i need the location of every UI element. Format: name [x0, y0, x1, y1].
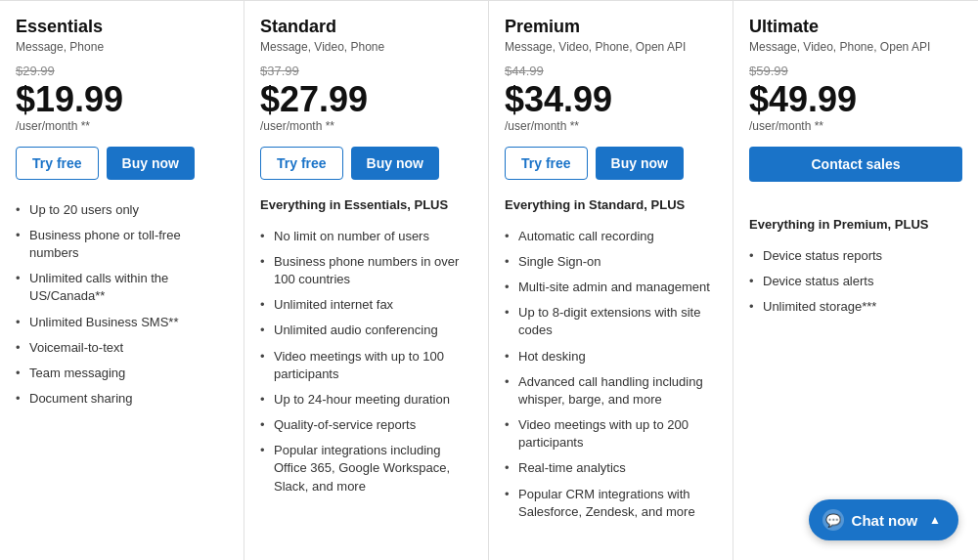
feature-item: Unlimited audio conferencing [260, 318, 472, 343]
current-price-essentials: $19.99 [16, 80, 228, 119]
feature-item: Quality-of-service reports [260, 412, 472, 438]
pricing-grid: Essentials Message, Phone $29.99 $19.99 … [0, 0, 978, 560]
feature-item: Up to 20 users only [16, 197, 228, 223]
feature-item: Popular CRM integrations with Salesforce… [505, 482, 717, 525]
plan-col-essentials: Essentials Message, Phone $29.99 $19.99 … [0, 1, 244, 560]
plan-name-essentials: Essentials [16, 17, 228, 37]
buy-now-button-standard[interactable]: Buy now [351, 147, 439, 180]
feature-item: Multi-site admin and management [505, 275, 717, 300]
plan-name-ultimate: Ultimate [749, 17, 962, 37]
try-free-button-standard[interactable]: Try free [260, 147, 343, 180]
plan-tagline-premium: Message, Video, Phone, Open API [505, 40, 717, 54]
buy-now-button-essentials[interactable]: Buy now [107, 147, 195, 180]
btn-row-ultimate: Contact sales [749, 147, 962, 199]
plan-col-ultimate: Ultimate Message, Video, Phone, Open API… [734, 1, 978, 560]
feature-item: Unlimited storage*** [749, 294, 962, 320]
price-suffix-premium: /user/month ** [505, 119, 717, 133]
price-suffix-ultimate: /user/month ** [749, 119, 962, 133]
feature-item: Hot desking [505, 344, 717, 369]
btn-row-standard: Try free Buy now [260, 147, 472, 180]
feature-item: Real-time analytics [505, 455, 717, 481]
try-free-button-essentials[interactable]: Try free [16, 147, 99, 180]
chat-now-button[interactable]: 💬 Chat now ▲ [809, 499, 958, 540]
feature-item: Unlimited internet fax [260, 292, 472, 318]
feature-item: Device status reports [749, 243, 962, 269]
plan-tagline-standard: Message, Video, Phone [260, 40, 472, 54]
current-price-ultimate: $49.99 [749, 80, 962, 119]
chat-label: Chat now [852, 512, 918, 529]
original-price-standard: $37.99 [260, 64, 472, 78]
plan-tagline-essentials: Message, Phone [16, 40, 228, 54]
feature-item: Up to 24-hour meeting duration [260, 387, 472, 412]
feature-item: Automatic call recording [505, 224, 717, 249]
feature-item: Business phone numbers in over 100 count… [260, 249, 472, 292]
original-price-premium: $44.99 [505, 64, 717, 78]
plan-upsell-standard: Everything in Essentials, PLUS [260, 197, 472, 212]
try-free-button-premium[interactable]: Try free [505, 147, 588, 180]
plan-upsell-ultimate: Everything in Premium, PLUS [749, 217, 962, 232]
feature-item: Business phone or toll-free numbers [16, 223, 228, 266]
feature-item: Video meetings with up to 200 participan… [505, 412, 717, 455]
price-suffix-standard: /user/month ** [260, 119, 472, 133]
feature-item: Popular integrations including Office 36… [260, 438, 472, 499]
feature-item: Unlimited calls within the US/Canada** [16, 266, 228, 309]
feature-item: Unlimited Business SMS** [16, 310, 228, 335]
current-price-premium: $34.99 [505, 80, 717, 119]
feature-item: Single Sign-on [505, 249, 717, 275]
original-price-essentials: $29.99 [16, 64, 228, 78]
feature-list-premium: Automatic call recordingSingle Sign-onMu… [505, 224, 717, 525]
btn-row-essentials: Try free Buy now [16, 147, 228, 180]
current-price-standard: $27.99 [260, 80, 472, 119]
chat-icon: 💬 [822, 509, 844, 531]
plan-upsell-premium: Everything in Standard, PLUS [505, 197, 717, 212]
buy-now-button-premium[interactable]: Buy now [596, 147, 684, 180]
btn-row-premium: Try free Buy now [505, 147, 717, 180]
feature-item: Up to 8-digit extensions with site codes [505, 300, 717, 343]
plan-name-standard: Standard [260, 17, 472, 37]
feature-list-essentials: Up to 20 users onlyBusiness phone or tol… [16, 197, 228, 412]
contact-sales-button-ultimate[interactable]: Contact sales [749, 147, 962, 182]
feature-item: Advanced call handling including whisper… [505, 369, 717, 412]
plan-col-standard: Standard Message, Video, Phone $37.99 $2… [244, 1, 489, 560]
feature-item: No limit on number of users [260, 224, 472, 249]
feature-item: Team messaging [16, 361, 228, 386]
price-suffix-essentials: /user/month ** [16, 119, 228, 133]
original-price-ultimate: $59.99 [749, 64, 962, 78]
plan-col-premium: Premium Message, Video, Phone, Open API … [489, 1, 734, 560]
feature-list-ultimate: Device status reportsDevice status alert… [749, 243, 962, 321]
plan-name-premium: Premium [505, 17, 717, 37]
feature-item: Voicemail-to-text [16, 335, 228, 361]
feature-item: Device status alerts [749, 269, 962, 294]
chevron-up-icon: ▲ [929, 513, 941, 527]
feature-item: Document sharing [16, 386, 228, 411]
feature-item: Video meetings with up to 100 participan… [260, 344, 472, 387]
plan-tagline-ultimate: Message, Video, Phone, Open API [749, 40, 962, 54]
feature-list-standard: No limit on number of usersBusiness phon… [260, 224, 472, 499]
